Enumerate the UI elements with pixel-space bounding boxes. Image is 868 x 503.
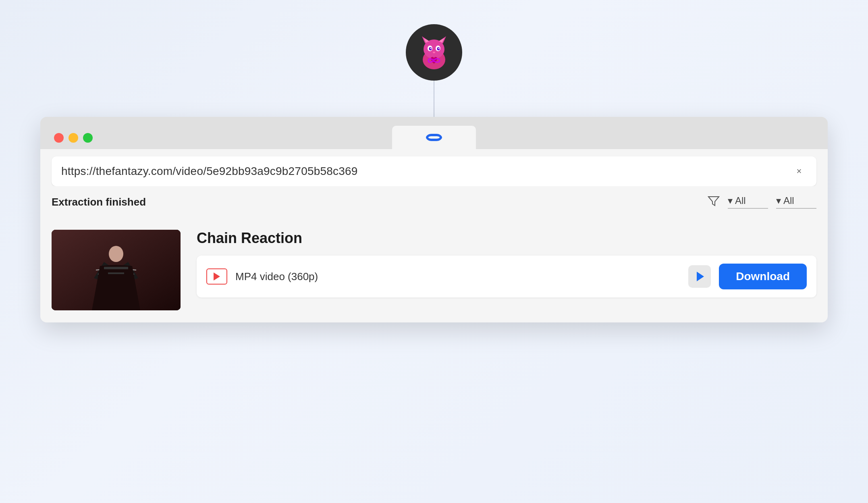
svg-point-16 — [109, 246, 123, 262]
play-triangle-icon — [214, 272, 220, 281]
video-row: Chain Reaction MP4 video (360p) Download — [52, 230, 816, 310]
filter-icon[interactable] — [708, 195, 720, 209]
video-title: Chain Reaction — [197, 230, 816, 247]
mp4-video-icon — [206, 268, 227, 285]
extraction-status: Extraction finished — [52, 196, 700, 208]
video-info: Chain Reaction MP4 video (360p) Download — [197, 230, 816, 297]
svg-point-11 — [438, 48, 440, 49]
app-icon-area — [406, 24, 462, 129]
svg-point-10 — [430, 48, 432, 49]
url-bar: https://thefantazy.com/video/5e92bb93a9c… — [52, 156, 816, 186]
format-row: MP4 video (360p) Download — [197, 256, 816, 297]
dropdown-arrow-2: ▾ — [776, 195, 781, 206]
thumbnail-svg — [52, 230, 181, 310]
svg-marker-13 — [708, 197, 719, 206]
dropdown-arrow-1: ▾ — [728, 195, 733, 206]
chain-link-icon — [424, 131, 444, 143]
svg-point-12 — [433, 52, 435, 53]
url-text: https://thefantazy.com/video/5e92bb93a9c… — [61, 165, 791, 178]
quality-filter-value: All — [783, 195, 794, 206]
quality-filter-dropdown[interactable]: ▾ All — [776, 195, 816, 209]
filter-bar: Extraction finished ▾ All ▾ All — [40, 186, 828, 218]
active-tab[interactable] — [392, 126, 476, 149]
video-thumbnail — [52, 230, 181, 310]
content-area: Chain Reaction MP4 video (360p) Download — [40, 218, 828, 322]
clear-url-button[interactable]: × — [791, 164, 807, 179]
format-filter-dropdown[interactable]: ▾ All — [728, 195, 768, 209]
url-bar-area: https://thefantazy.com/video/5e92bb93a9c… — [40, 149, 828, 186]
format-filter-value: All — [735, 195, 746, 206]
thumbnail-inner — [52, 230, 181, 310]
preview-play-icon — [697, 272, 704, 281]
tab-bar — [50, 126, 818, 149]
format-label: MP4 video (360p) — [235, 270, 680, 283]
download-button[interactable]: Download — [719, 264, 807, 289]
browser-window: https://thefantazy.com/video/5e92bb93a9c… — [40, 117, 828, 322]
title-bar — [40, 117, 828, 149]
app-icon — [406, 24, 462, 81]
mascot-svg — [414, 32, 454, 73]
preview-button[interactable] — [688, 265, 711, 288]
